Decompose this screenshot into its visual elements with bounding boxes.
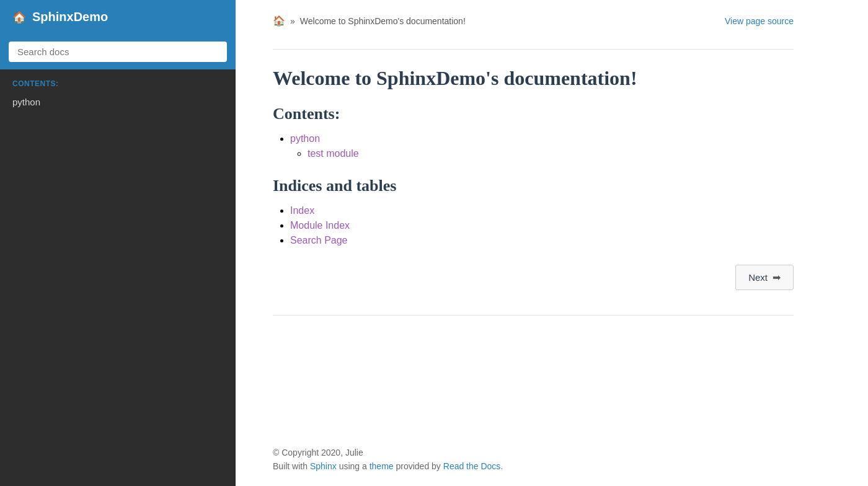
breadcrumb-text: Welcome to SphinxDemo's documentation! bbox=[300, 16, 466, 26]
next-arrow-icon: ➡ bbox=[773, 272, 781, 283]
indices-list: Index Module Index Search Page bbox=[273, 205, 794, 246]
sidebar-title: SphinxDemo bbox=[32, 10, 108, 24]
main-inner: 🏠 » Welcome to SphinxDemo's documentatio… bbox=[236, 0, 831, 438]
search-page-item: Search Page bbox=[290, 235, 794, 246]
index-link[interactable]: Index bbox=[290, 205, 314, 216]
sphinx-link[interactable]: Sphinx bbox=[310, 461, 337, 471]
top-divider bbox=[273, 49, 794, 50]
sidebar: 🏠 SphinxDemo Contents: python bbox=[0, 0, 236, 486]
sidebar-contents-label: Contents: bbox=[0, 79, 236, 93]
next-button[interactable]: Next ➡ bbox=[735, 265, 794, 290]
sidebar-header: 🏠 SphinxDemo bbox=[0, 0, 236, 34]
footer-copyright: © Copyright 2020, Julie bbox=[273, 448, 831, 457]
main-content: 🏠 » Welcome to SphinxDemo's documentatio… bbox=[236, 0, 868, 486]
footer: © Copyright 2020, Julie Built with Sphin… bbox=[236, 438, 868, 486]
breadcrumb-row: 🏠 » Welcome to SphinxDemo's documentatio… bbox=[273, 15, 794, 38]
contents-heading: Contents: bbox=[273, 105, 794, 123]
toc-subitem-test-module: test module bbox=[308, 148, 794, 159]
index-item: Index bbox=[290, 205, 794, 216]
module-index-item: Module Index bbox=[290, 220, 794, 231]
toc-item-python: python test module bbox=[290, 133, 794, 159]
toc-sublist: test module bbox=[290, 148, 794, 159]
breadcrumb-home-icon[interactable]: 🏠 bbox=[273, 15, 285, 27]
footer-built: Built with Sphinx using a theme provided… bbox=[273, 461, 831, 471]
module-index-link[interactable]: Module Index bbox=[290, 220, 350, 231]
search-page-link[interactable]: Search Page bbox=[290, 235, 348, 245]
indices-heading: Indices and tables bbox=[273, 177, 794, 195]
toc-link-python[interactable]: python bbox=[290, 133, 320, 144]
search-input[interactable] bbox=[9, 42, 227, 62]
nav-area: Next ➡ bbox=[273, 265, 794, 296]
toc-list: python test module bbox=[273, 133, 794, 159]
footer-period: . bbox=[500, 461, 503, 471]
footer-provided-text: provided by bbox=[396, 461, 443, 471]
page-title: Welcome to SphinxDemo's documentation! bbox=[273, 67, 794, 90]
rtd-link[interactable]: Read the Docs bbox=[443, 461, 501, 471]
search-box bbox=[0, 34, 236, 69]
view-page-source-link[interactable]: View page source bbox=[725, 15, 794, 26]
footer-built-prefix: Built with bbox=[273, 461, 308, 471]
breadcrumb: 🏠 » Welcome to SphinxDemo's documentatio… bbox=[273, 15, 466, 27]
sidebar-item-python[interactable]: python bbox=[0, 93, 236, 111]
toc-link-test-module[interactable]: test module bbox=[308, 148, 359, 159]
footer-using-text: using a bbox=[339, 461, 370, 471]
next-label: Next bbox=[748, 272, 768, 283]
home-icon: 🏠 bbox=[12, 11, 26, 24]
sidebar-nav: Contents: python bbox=[0, 69, 236, 121]
theme-link[interactable]: theme bbox=[370, 461, 394, 471]
breadcrumb-separator: » bbox=[290, 16, 295, 26]
bottom-divider bbox=[273, 315, 794, 316]
